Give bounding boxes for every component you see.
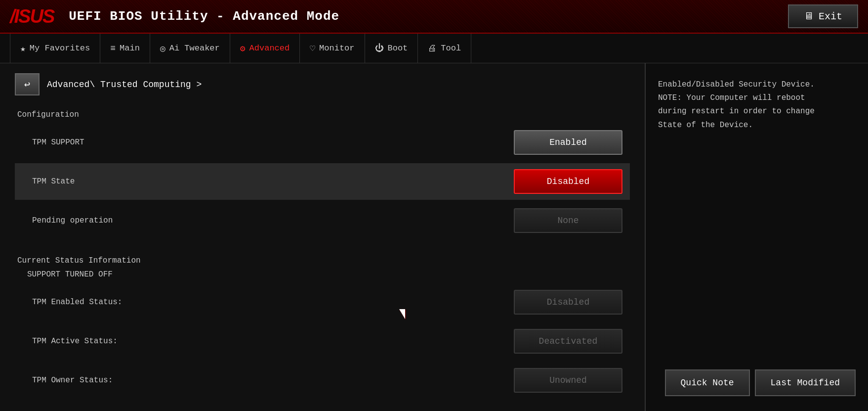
- tpm-owner-status-button[interactable]: Unowned: [514, 368, 622, 393]
- current-status-label: Current Status Information: [15, 256, 630, 265]
- asus-logo: /ISUS: [10, 6, 54, 27]
- tpm-active-status-label: TPM Active Status:: [22, 337, 514, 346]
- table-row: TPM State Disabled: [15, 163, 630, 200]
- tweaker-icon: ◎: [160, 43, 165, 54]
- nav-bar: ★ My Favorites ≡ Main ◎ Ai Tweaker ⚙ Adv…: [0, 34, 868, 63]
- sidebar-item-advanced[interactable]: ⚙ Advanced: [230, 34, 300, 63]
- back-button[interactable]: ↩: [15, 73, 40, 95]
- sidebar-item-boot[interactable]: ⏻ Boot: [365, 34, 418, 63]
- back-icon: ↩: [24, 78, 30, 91]
- tpm-state-label: TPM State: [22, 177, 514, 186]
- advanced-icon: ⚙: [240, 43, 246, 54]
- right-panel: Enabled/Disabled Security Device.NOTE: Y…: [646, 63, 868, 411]
- table-row: TPM SUPPORT Enabled: [15, 124, 630, 161]
- help-text: Enabled/Disabled Security Device.NOTE: Y…: [658, 78, 856, 132]
- tpm-enabled-status-button[interactable]: Disabled: [514, 290, 622, 315]
- bottom-buttons: Quick Note Last Modified: [658, 369, 856, 396]
- pending-operation-label: Pending operation: [22, 216, 514, 225]
- tpm-owner-status-label: TPM Owner Status:: [22, 376, 514, 385]
- sidebar-item-tool[interactable]: 🖨 Tool: [418, 34, 471, 63]
- sidebar-item-main[interactable]: ≡ Main: [100, 34, 150, 63]
- tool-icon: 🖨: [428, 43, 437, 53]
- list-icon: ≡: [110, 44, 116, 53]
- table-row: TPM Enabled Status: Disabled: [15, 284, 630, 320]
- sidebar-item-my-favorites[interactable]: ★ My Favorites: [10, 34, 100, 63]
- main-content: ↩ Advanced\ Trusted Computing > Configur…: [0, 63, 868, 411]
- pending-operation-button[interactable]: None: [514, 208, 622, 233]
- breadcrumb-path: Advanced\ Trusted Computing >: [47, 80, 202, 90]
- monitor-icon: ♡: [310, 43, 315, 54]
- exit-icon: 🖥: [804, 10, 814, 22]
- configuration-label: Configuration: [15, 110, 630, 119]
- breadcrumb: ↩ Advanced\ Trusted Computing >: [15, 73, 630, 95]
- exit-button[interactable]: 🖥 Exit: [788, 4, 858, 28]
- tpm-state-button[interactable]: Disabled: [514, 169, 622, 194]
- boot-icon: ⏻: [375, 43, 384, 53]
- table-row: Pending operation None: [15, 202, 630, 239]
- table-row: TPM Active Status: Deactivated: [15, 323, 630, 360]
- header: /ISUS UEFI BIOS Utility - Advanced Mode …: [0, 0, 868, 34]
- table-row: TPM Owner Status: Unowned: [15, 362, 630, 399]
- sidebar-item-monitor[interactable]: ♡ Monitor: [300, 34, 365, 63]
- header-title: UEFI BIOS Utility - Advanced Mode: [69, 9, 339, 24]
- quick-note-button[interactable]: Quick Note: [665, 369, 750, 396]
- last-modified-button[interactable]: Last Modified: [755, 369, 856, 396]
- tpm-support-label: TPM SUPPORT: [22, 138, 514, 147]
- sidebar-item-ai-tweaker[interactable]: ◎ Ai Tweaker: [150, 34, 230, 63]
- left-panel: ↩ Advanced\ Trusted Computing > Configur…: [0, 63, 646, 411]
- tpm-support-button[interactable]: Enabled: [514, 130, 622, 155]
- tpm-enabled-status-label: TPM Enabled Status:: [22, 298, 514, 307]
- support-off-label: SUPPORT TURNED OFF: [15, 270, 630, 279]
- star-icon: ★: [20, 43, 26, 54]
- tpm-active-status-button[interactable]: Deactivated: [514, 329, 622, 354]
